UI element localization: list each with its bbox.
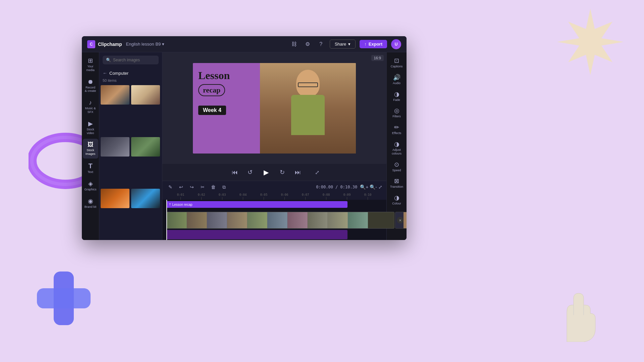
extra-track[interactable]: ✕: [395, 212, 407, 229]
ruler-mark-08: 0:08: [326, 197, 326, 200]
effects-icon: ✏: [394, 124, 399, 130]
sidebar-item-speed[interactable]: ⊙ Speed: [388, 159, 406, 175]
share-button[interactable]: Share ▾: [330, 40, 356, 49]
video-thumbnails: [167, 212, 368, 228]
video-thumb: [328, 212, 348, 228]
settings-icon[interactable]: ⚙: [303, 40, 312, 49]
adjust-colours-icon: ◑: [394, 141, 399, 147]
video-thumb: [247, 212, 267, 228]
forward-button[interactable]: ↻: [277, 167, 287, 177]
svg-rect-4: [37, 288, 91, 308]
zoom-in-button[interactable]: 🔍+: [360, 184, 368, 190]
rewind-button[interactable]: ↺: [245, 167, 255, 177]
app-name: Clipchamp: [98, 42, 122, 47]
svg-rect-3: [54, 272, 74, 325]
video-thumb: [267, 212, 287, 228]
sidebar-item-brand-kit[interactable]: ◉ Brand kit: [83, 195, 98, 212]
skip-back-button[interactable]: ⏮: [230, 167, 240, 177]
sidebar-item-colour[interactable]: ◑ Colour: [388, 192, 406, 208]
bottom-track[interactable]: [166, 230, 347, 239]
video-preview: Lesson recap Week 4: [162, 52, 386, 164]
timeline-tracks: T Lesson recap: [162, 200, 386, 240]
list-item[interactable]: [101, 189, 129, 208]
app-logo: C Clipchamp: [87, 40, 122, 48]
timeline-toolbar: ✎ ↩ ↪ ✂ 🗑 ⧉ 0:00.00 / 0:10.30 🔍+ 🔍- ⤢: [162, 181, 386, 193]
sidebar-item-effects[interactable]: ✏ Effects: [388, 122, 406, 138]
fit-button[interactable]: ⤢: [378, 184, 382, 190]
redo2-button[interactable]: ↪: [188, 183, 196, 191]
sidebar-item-stock-video[interactable]: ▶ Stock video: [83, 118, 98, 138]
cut-button[interactable]: ✂: [199, 183, 207, 191]
timeline: ✎ ↩ ↪ ✂ 🗑 ⧉ 0:00.00 / 0:10.30 🔍+ 🔍- ⤢: [162, 181, 386, 240]
play-button[interactable]: ▶: [261, 167, 272, 178]
person-body: [291, 95, 325, 135]
star-decoration: [553, 5, 627, 79]
copy-button[interactable]: ⧉: [220, 183, 228, 191]
sidebar-item-stock-images[interactable]: 🖼 StockImages: [83, 139, 98, 159]
search-icon: 🔍: [106, 58, 111, 62]
sidebar-item-your-media[interactable]: ⊞ Your media: [83, 55, 98, 75]
share-link-icon[interactable]: ⛓: [289, 40, 299, 49]
sidebar-item-captions[interactable]: ⊡ Captions: [388, 55, 406, 71]
ruler-mark-04: 0:04: [243, 197, 243, 200]
sidebar-item-fade[interactable]: ◑ Fade: [388, 88, 406, 105]
video-track[interactable]: [166, 212, 394, 229]
app-window: C Clipchamp English lesson B9 ▾ ⛓ ⚙ ? Sh…: [82, 36, 407, 240]
stock-images-icon: 🖼: [88, 141, 94, 147]
sidebar-item-audio[interactable]: 🔊 Audio: [388, 72, 406, 88]
svg-rect-6: [37, 288, 91, 308]
fullscreen-button[interactable]: ⤢: [315, 169, 319, 176]
music-icon: ♪: [89, 100, 92, 106]
sidebar-item-graphics[interactable]: ◈ Graphics: [83, 178, 98, 194]
sidebar-item-music[interactable]: ♪ Music & SFX: [83, 97, 98, 117]
zoom-out-button[interactable]: 🔍-: [370, 184, 377, 190]
your-media-icon: ⊞: [88, 58, 93, 64]
back-arrow-icon: ←: [103, 70, 107, 76]
caption-track[interactable]: T Lesson recap: [166, 201, 347, 208]
sidebar-item-adjust-colours[interactable]: ◑ Adjust colours: [388, 138, 406, 158]
user-avatar[interactable]: U: [391, 39, 401, 49]
redo-button[interactable]: ↩: [177, 183, 185, 191]
project-name[interactable]: English lesson B9 ▾: [126, 42, 165, 47]
search-input[interactable]: [113, 58, 155, 62]
video-left-panel: Lesson recap Week 4: [193, 63, 260, 154]
ruler-mark-05: 0:05: [264, 197, 264, 200]
search-bar[interactable]: 🔍: [103, 56, 159, 64]
video-right-panel: [260, 63, 356, 154]
delete-button[interactable]: 🗑: [209, 183, 217, 191]
ruler-mark-02: 0:02: [201, 197, 202, 200]
video-thumb: [308, 212, 328, 228]
list-item[interactable]: [131, 189, 160, 208]
stock-video-icon: ▶: [88, 121, 93, 127]
export-button[interactable]: ↑ Export: [360, 40, 387, 48]
person-glasses: [298, 82, 318, 87]
skip-forward-button[interactable]: ⏭: [293, 167, 303, 177]
close-track-icon[interactable]: ✕: [397, 217, 404, 224]
list-item[interactable]: [101, 85, 129, 105]
person-head: [296, 70, 320, 97]
svg-rect-5: [54, 272, 74, 325]
brand-kit-icon: ◉: [88, 198, 93, 204]
video-thumb: [187, 212, 207, 228]
filters-icon: ◎: [394, 108, 399, 114]
sidebar-item-filters[interactable]: ◎ Filters: [388, 105, 406, 121]
media-panel-header: 🔍: [99, 52, 162, 68]
items-count: 50 items: [99, 78, 162, 85]
video-thumb: [227, 212, 247, 228]
left-sidebar: ⊞ Your media ⏺ Record& create ♪ Music & …: [82, 52, 99, 240]
svg-marker-0: [557, 9, 624, 75]
list-item[interactable]: [131, 137, 160, 157]
video-thumb: [348, 212, 368, 228]
undo-button[interactable]: ✎: [166, 183, 174, 191]
speed-icon: ⊙: [394, 162, 399, 168]
topbar: C Clipchamp English lesson B9 ▾ ⛓ ⚙ ? Sh…: [82, 36, 407, 52]
sidebar-item-text[interactable]: T Text: [83, 160, 98, 177]
back-navigation[interactable]: ← Computer: [99, 68, 162, 78]
help-icon[interactable]: ?: [316, 40, 326, 49]
timeline-ruler: 0:01 0:02 0:03 0:04: [162, 193, 386, 200]
audio-icon: 🔊: [393, 74, 400, 80]
list-item[interactable]: [131, 85, 160, 105]
list-item[interactable]: [101, 137, 129, 157]
sidebar-item-transition[interactable]: ⊠ Transition: [388, 175, 406, 191]
sidebar-item-record[interactable]: ⏺ Record& create: [83, 76, 98, 96]
